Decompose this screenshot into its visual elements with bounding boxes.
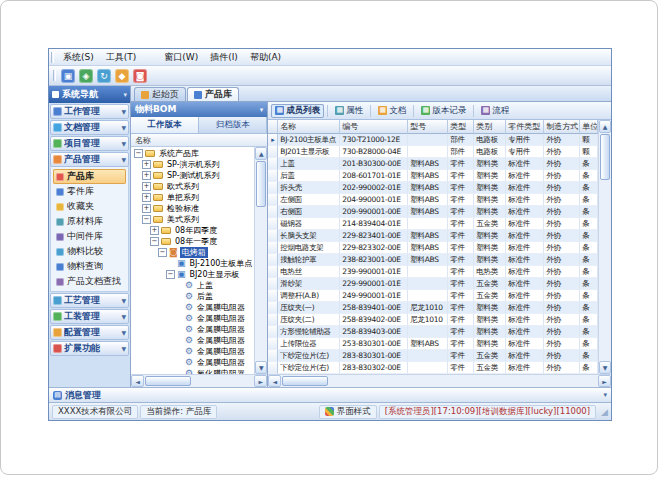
sidebar-group[interactable]: 项目管理▼	[50, 136, 129, 151]
scroll-down-icon[interactable]: ▼	[599, 361, 611, 374]
tree-node[interactable]: ⚙金属膜电阻器	[131, 335, 254, 346]
collapse-icon[interactable]: −	[158, 248, 167, 257]
table-row[interactable]: 拆头壳202-990002-01E塑料ABS零件塑料类标准件外协条	[268, 182, 598, 194]
scroll-left-icon[interactable]: ◄	[268, 375, 281, 387]
expand-icon[interactable]: +	[142, 193, 151, 202]
scrollbar-track[interactable]	[329, 375, 598, 387]
scrollbar-track[interactable]	[255, 208, 267, 361]
tree-node[interactable]: ⚙金属膜电阻器	[131, 313, 254, 324]
tree-node[interactable]: −系统产品库	[131, 148, 254, 159]
column-header[interactable]: 制造方式	[544, 120, 580, 134]
detail-tab[interactable]: ▦文档	[374, 104, 410, 118]
menu-item[interactable]: 窗口(W)	[158, 50, 204, 65]
expand-icon[interactable]: +	[150, 226, 159, 235]
tree-horizontal-scrollbar[interactable]: ◄ ►	[131, 374, 267, 387]
scroll-up-icon[interactable]: ▲	[599, 120, 611, 133]
column-header[interactable]: 类型	[448, 120, 474, 134]
tree-node[interactable]: −▣BJ20主显示板	[131, 269, 254, 280]
resize-grip-icon[interactable]: ◢	[601, 407, 608, 417]
table-row[interactable]: 上盖201-B30300-00E塑料ABS零件塑料类标准件外协条	[268, 158, 598, 170]
sidebar-item[interactable]: 中间件库	[51, 229, 128, 244]
scrollbar-track[interactable]	[599, 181, 611, 361]
tree-node[interactable]: ▣BJ-2100主板单点	[131, 258, 254, 269]
sidebar-group[interactable]: 产品管理▼	[50, 152, 129, 167]
column-header[interactable]: 零件类型	[506, 120, 544, 134]
column-header[interactable]: 型号	[408, 120, 448, 134]
tree-node[interactable]: −美式系列	[131, 214, 254, 225]
tree-node[interactable]: +SP-测试机系列	[131, 170, 254, 181]
tree-node[interactable]: +检验标准	[131, 203, 254, 214]
tree-node[interactable]: +欧式系列	[131, 181, 254, 192]
table-row[interactable]: 压纹夹(二)258-839402-00E尼龙1010零件塑料类标准件外协条	[268, 314, 598, 326]
detail-tab[interactable]: ▦流程	[477, 104, 513, 118]
tree-node[interactable]: −◙电烤箱	[131, 247, 254, 258]
refresh-icon[interactable]: ↻	[97, 69, 111, 83]
navigate-icon[interactable]: ◈	[79, 69, 93, 83]
tree-node[interactable]: ⚙金属膜电阻器	[131, 346, 254, 357]
table-row[interactable]: 下纱定位片(左)283-830301-00E零件五金类标准件外协条	[268, 350, 598, 362]
exit-icon[interactable]: ◙	[133, 69, 147, 83]
table-row[interactable]: 电热丝239-990001-01E零件电热类标准件外协条	[268, 266, 598, 278]
doc-tab[interactable]: 产品库	[187, 87, 239, 101]
expand-icon[interactable]: +	[142, 204, 151, 213]
column-header[interactable]: 类别	[474, 120, 506, 134]
table-row[interactable]: 滑纱架229-990001-01E零件五金类标准件外协条	[268, 278, 598, 290]
tree-node[interactable]: ⚙金属膜电阻器	[131, 357, 254, 368]
tree-node[interactable]: +单把系列	[131, 192, 254, 203]
collapse-icon[interactable]: −	[150, 237, 159, 246]
detail-tab[interactable]: ▦成员列表	[271, 104, 324, 118]
scroll-right-icon[interactable]: ►	[254, 375, 267, 387]
collapse-icon[interactable]: −	[166, 270, 175, 279]
chevron-down-icon[interactable]: ▾	[123, 91, 127, 99]
pin-icon[interactable]: ▾	[260, 106, 264, 114]
tree-vertical-scrollbar[interactable]: ▲ ▼	[254, 147, 267, 374]
tree-node[interactable]: +08年四季度	[131, 225, 254, 236]
settings-icon[interactable]: ◆	[115, 69, 129, 83]
sidebar-item[interactable]: 零件库	[51, 184, 128, 199]
collapse-icon[interactable]: −	[142, 215, 151, 224]
bom-version-tab[interactable]: 归档版本	[199, 117, 267, 133]
sidebar-group[interactable]: 文档管理▼	[50, 120, 129, 135]
table-vertical-scrollbar[interactable]: ▲ ▼	[598, 120, 611, 374]
table-row[interactable]: 后盖208-601701-01E塑料ABS零件塑料类标准件外协条	[268, 170, 598, 182]
sidebar-item[interactable]: 产品库	[53, 169, 126, 184]
menu-item[interactable]: 帮助(A)	[244, 50, 287, 65]
menu-item[interactable]: 工具(T)	[100, 50, 143, 65]
table-row[interactable]: 控烟电路支架229-823302-00E塑料ABS零件塑料类标准件外协条	[268, 242, 598, 254]
tree-node[interactable]: ⚙后盖	[131, 291, 254, 302]
sidebar-item[interactable]: 收藏夹	[51, 199, 128, 214]
sidebar-item[interactable]: 产品文档查找	[51, 274, 128, 289]
table-row[interactable]: 长脑头支架229-823401-00E塑料ABS零件塑料类标准件外协条	[268, 230, 598, 242]
message-panel-bar[interactable]: ▤ 消息管理 ▾	[49, 387, 611, 402]
table-row[interactable]: 接触轮护罩238-823001-00E塑料ABS零件塑料类标准件外协条	[268, 254, 598, 266]
scroll-left-icon[interactable]: ◄	[131, 375, 144, 387]
scroll-up-icon[interactable]: ▲	[255, 147, 267, 160]
table-row[interactable]: 上传限位器253-830301-00E塑料ABS零件塑料类标准件外协条	[268, 338, 598, 350]
tree-column-header[interactable]: 名称	[131, 134, 267, 147]
doc-tab[interactable]: 起始页	[134, 87, 186, 101]
scroll-right-icon[interactable]: ►	[598, 375, 611, 387]
bom-version-tab[interactable]: 工作版本	[131, 117, 199, 133]
table-row[interactable]: 磁钢器214-839404-01E零件五金类标准件外协条	[268, 218, 598, 230]
scrollbar-thumb[interactable]	[256, 161, 266, 207]
sidebar-group[interactable]: 配置管理▼	[50, 325, 129, 340]
expand-icon[interactable]: +	[142, 171, 151, 180]
table-row[interactable]: 压纹夹(一)258-839401-00E尼龙1010零件塑料类标准件外协条	[268, 302, 598, 314]
chevron-down-icon[interactable]: ▾	[603, 391, 607, 399]
table-row[interactable]: 左侧面204-990001-01E塑料ABS零件塑料类标准件外协条	[268, 194, 598, 206]
tree-node[interactable]: −08年一季度	[131, 236, 254, 247]
column-header[interactable]: 编号	[340, 120, 408, 134]
scrollbar-track[interactable]	[192, 375, 254, 387]
sidebar-group[interactable]: 扩展功能▼	[50, 341, 129, 356]
table-row[interactable]: ▸BJ-2100主板单点730-T21000-12E部件电路板专用件外协颗	[268, 134, 598, 146]
table-row[interactable]: BJ201主显示板730-B28000-04E部件电路板专用件外协颗	[268, 146, 598, 158]
table-row[interactable]: 右侧面209-990001-00E塑料ABS零件塑料类标准件外协条	[268, 206, 598, 218]
menu-item[interactable]: 插件(I)	[204, 50, 244, 65]
sidebar-group[interactable]: 工作管理▼	[50, 104, 129, 119]
sidebar-group[interactable]: 工艺管理▼	[50, 293, 129, 308]
tree-node[interactable]: +SP-演示机系列	[131, 159, 254, 170]
column-header[interactable]: 名称	[278, 120, 340, 134]
table-row[interactable]: 调整杆(A.B)249-990001-01E零件五金类标准件外协条	[268, 290, 598, 302]
scrollbar-thumb[interactable]	[600, 134, 610, 180]
expand-icon[interactable]: +	[142, 160, 151, 169]
